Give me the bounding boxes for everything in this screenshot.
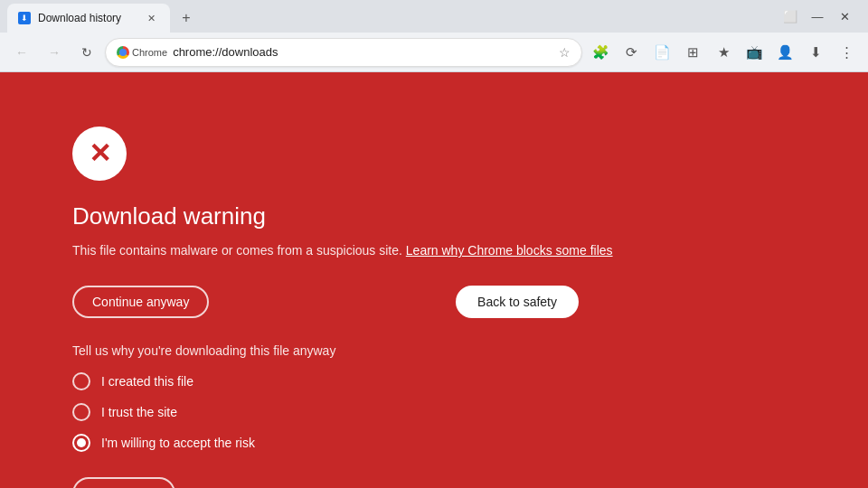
tell-us-label: Tell us why you're downloading this file… [72,343,613,358]
tab-title: Download history [38,12,136,24]
close-button[interactable]: ✕ [832,4,857,29]
address-text: chrome://downloads [173,45,553,59]
history-icon[interactable]: ⟳ [617,38,646,67]
chrome-badge: Chrome [117,46,167,59]
toolbar-icons: 🧩 ⟳ 📄 ⊞ ★ 📺 👤 ⬇ ⋮ [586,38,861,67]
radio-label-2: I trust the site [101,405,177,419]
maximize-button[interactable]: ⬜ [778,4,803,29]
radio-button-3[interactable] [72,434,90,452]
forward-button[interactable]: → [40,38,69,67]
warning-title: Download warning [72,202,613,230]
radio-label-3: I'm willing to accept the risk [101,436,255,450]
menu-icon[interactable]: ⋮ [832,38,861,67]
download-toolbar-icon[interactable]: ⬇ [801,38,830,67]
reading-list-icon[interactable]: 📄 [647,38,676,67]
address-bar[interactable]: Chrome chrome://downloads ☆ [105,38,582,67]
buttons-row: Continue anyway Back to safety [72,286,579,318]
window-controls: ⬜ — ✕ [778,4,861,33]
back-button[interactable]: ← [7,38,36,67]
radio-group: I created this file I trust the site I'm… [72,372,613,452]
radio-label-1: I created this file [101,374,193,389]
refresh-button[interactable]: ↻ [72,38,101,67]
x-icon: ✕ [89,140,111,167]
warning-description: This file contains malware or comes from… [72,241,613,260]
warning-container: ✕ Download warning This file contains ma… [72,127,613,488]
tab-close-button[interactable]: ✕ [143,10,159,26]
radio-item-2[interactable]: I trust the site [72,403,613,421]
bookmarks-icon[interactable]: ★ [709,38,738,67]
radio-button-2[interactable] [72,403,90,421]
browser-frame: ⬇ Download history ✕ + ⬜ — ✕ ← → ↻ Chrom… [0,0,868,488]
radio-item-1[interactable]: I created this file [72,372,613,390]
chrome-label: Chrome [132,47,167,58]
profile-icon[interactable]: 👤 [770,38,799,67]
extensions-icon[interactable]: 🧩 [586,38,615,67]
learn-more-link[interactable]: Learn why Chrome blocks some files [406,243,613,258]
nav-bar: ← → ↻ Chrome chrome://downloads ☆ 🧩 ⟳ 📄 … [0,33,868,72]
tab-bar: ⬇ Download history ✕ + ⬜ — ✕ [0,0,868,33]
collections-icon[interactable]: ⊞ [678,38,707,67]
cast-icon[interactable]: 📺 [740,38,769,67]
chrome-logo-icon [117,46,129,59]
download-button[interactable]: Download [72,477,175,488]
page-content: ✕ Download warning This file contains ma… [0,72,868,488]
new-tab-button[interactable]: + [174,5,199,31]
bookmark-icon[interactable]: ☆ [559,45,571,60]
active-tab[interactable]: ⬇ Download history ✕ [7,4,170,33]
radio-inner-3 [77,438,86,447]
warning-desc-text: This file contains malware or comes from… [72,243,402,258]
warning-icon: ✕ [72,127,127,181]
back-to-safety-button[interactable]: Back to safety [456,286,579,318]
continue-anyway-button[interactable]: Continue anyway [72,286,209,318]
tab-favicon: ⬇ [18,12,31,24]
radio-button-1[interactable] [72,372,90,390]
radio-item-3[interactable]: I'm willing to accept the risk [72,434,613,452]
minimize-button[interactable]: — [805,4,830,29]
